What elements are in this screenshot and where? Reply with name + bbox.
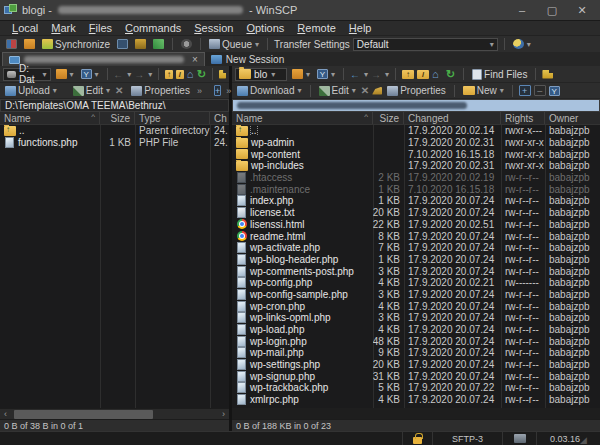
file-row[interactable]: wp-signup.php31 KB17.9.2020 20.07.24rw-r…: [232, 370, 600, 382]
remote-rename-button[interactable]: [372, 87, 382, 95]
find-files-button[interactable]: Find Files: [470, 68, 529, 81]
remote-add-bookmark-button[interactable]: [542, 70, 553, 79]
local-file-list[interactable]: ..Parent directory24.functions.php1 KBPH…: [0, 125, 229, 408]
filter-icon[interactable]: Y: [549, 86, 560, 96]
minimize-button[interactable]: –: [508, 1, 536, 19]
remote-properties-button[interactable]: Properties: [385, 84, 448, 97]
file-row[interactable]: wp-login.php48 KB17.9.2020 20.07.24rw-r-…: [232, 335, 600, 347]
remote-col-name[interactable]: Name^: [232, 112, 373, 124]
local-home-dir-button[interactable]: ⌂: [187, 69, 194, 79]
remote-path-bar[interactable]: [232, 99, 600, 112]
queue-button[interactable]: Queue▾: [207, 38, 261, 51]
remote-remove-button[interactable]: –: [534, 85, 546, 96]
local-add-button[interactable]: +: [214, 85, 221, 96]
local-back-button[interactable]: ←: [113, 69, 123, 80]
local-open-dir-button[interactable]: ▾: [54, 68, 76, 80]
file-row[interactable]: wp-mail.php9 KB17.9.2020 20.07.24rw-r--r…: [232, 347, 600, 359]
local-edit-button[interactable]: Edit▾: [71, 84, 112, 97]
remote-col-owner[interactable]: Owner: [545, 112, 597, 124]
menu-options[interactable]: Options: [240, 22, 290, 34]
file-row[interactable]: functions.php1 KBPHP File24.: [0, 137, 229, 149]
local-forward-button[interactable]: →: [134, 69, 144, 80]
remote-refresh-button[interactable]: ↻: [446, 69, 457, 79]
menu-mark[interactable]: Mark: [45, 22, 81, 34]
menu-files[interactable]: Files: [83, 22, 118, 34]
activity-cell[interactable]: [502, 432, 536, 445]
new-button[interactable]: New▾: [461, 84, 506, 97]
file-row[interactable]: wp-includes17.9.2020 20.02.31rwxr-xr-xba…: [232, 160, 600, 172]
compare-dirs-button[interactable]: [22, 38, 37, 50]
file-row[interactable]: .maintenance1 KB7.10.2020 16.15.18rw-r--…: [232, 183, 600, 195]
preferences-button[interactable]: [179, 38, 194, 50]
local-col-size[interactable]: Size: [100, 112, 135, 124]
menu-local[interactable]: Local: [6, 22, 44, 34]
local-hscrollbar[interactable]: ‹ ›: [0, 408, 229, 419]
overflow-icon[interactable]: »: [226, 86, 229, 96]
maximize-button[interactable]: ▢: [538, 1, 566, 19]
file-row[interactable]: wp-trackback.php5 KB17.9.2020 20.07.22rw…: [232, 382, 600, 394]
file-row[interactable]: wp-activate.php7 KB17.9.2020 20.07.24rw-…: [232, 242, 600, 254]
file-row[interactable]: wp-links-opml.php3 KB17.9.2020 20.07.24r…: [232, 312, 600, 324]
session-tab-new[interactable]: New Session: [205, 52, 290, 66]
local-col-name[interactable]: Name^: [0, 112, 100, 124]
remote-file-list[interactable]: ..17.9.2020 20.02.14rwxr-x---babajzpbwp-…: [232, 125, 600, 408]
putty-button[interactable]: [133, 38, 148, 50]
transfer-options-button[interactable]: ▾: [511, 38, 533, 50]
local-scroll-thumb[interactable]: [14, 410, 153, 419]
file-row[interactable]: ..17.9.2020 20.02.14rwxr-x---babajzpb: [232, 125, 600, 137]
local-parent-dir-button[interactable]: ↑: [165, 70, 173, 79]
file-row[interactable]: ..Parent directory24.: [0, 125, 229, 137]
menu-session[interactable]: Session: [188, 22, 239, 34]
local-delete-button[interactable]: ✕: [115, 85, 123, 96]
local-col-changed[interactable]: Ch: [210, 112, 229, 124]
remote-edit-button[interactable]: Edit▾: [317, 84, 358, 97]
menu-help[interactable]: Help: [343, 22, 378, 34]
remote-add-button[interactable]: +: [519, 85, 531, 96]
local-properties-button[interactable]: Properties: [129, 84, 192, 97]
local-scroll-track[interactable]: [12, 410, 217, 419]
remote-dir-select[interactable]: blo▾: [235, 68, 287, 81]
remote-home-dir-button[interactable]: ⌂: [432, 69, 443, 79]
file-row[interactable]: wp-load.php4 KB17.9.2020 20.07.24rw-r--r…: [232, 324, 600, 336]
local-filter-button[interactable]: Y▾: [79, 68, 101, 80]
file-row[interactable]: license.txt20 KB17.9.2020 20.07.24rw-r--…: [232, 207, 600, 219]
local-col-type[interactable]: Type: [135, 112, 210, 124]
overflow-icon[interactable]: »: [197, 86, 200, 96]
encryption-cell[interactable]: [402, 432, 432, 445]
remote-col-changed[interactable]: Changed: [404, 112, 501, 124]
remote-parent-dir-button[interactable]: ↑: [402, 70, 414, 79]
resize-grip-icon[interactable]: ◢: [580, 435, 587, 445]
file-row[interactable]: readme.html8 KB17.9.2020 20.07.24rw-r--r…: [232, 230, 600, 242]
file-row[interactable]: wp-content7.10.2020 16.15.18rwxr-xr-xbab…: [232, 148, 600, 160]
remote-col-size[interactable]: Size: [373, 112, 404, 124]
menu-commands[interactable]: Commands: [119, 22, 187, 34]
remote-forward-button[interactable]: →: [371, 69, 381, 80]
file-row[interactable]: index.php1 KB17.9.2020 20.07.24rw-r--r--…: [232, 195, 600, 207]
close-tab-icon[interactable]: ×: [192, 54, 198, 65]
file-row[interactable]: xmlrpc.php4 KB17.9.2020 20.07.24rw-r--r-…: [232, 394, 600, 406]
file-row[interactable]: wp-admin17.9.2020 20.02.31rwxr-xr-xbabaj…: [232, 137, 600, 149]
remote-open-dir-button[interactable]: ▾: [290, 68, 312, 80]
file-row[interactable]: wp-config.php4 KB17.9.2020 20.02.21rw---…: [232, 277, 600, 289]
file-row[interactable]: wp-config-sample.php3 KB17.9.2020 20.07.…: [232, 289, 600, 301]
toggle-panels-button[interactable]: [4, 38, 19, 50]
scroll-left-icon[interactable]: ‹: [0, 409, 11, 420]
download-button[interactable]: Download▾: [235, 84, 304, 97]
file-row[interactable]: wp-comments-post.php3 KB17.9.2020 20.07.…: [232, 265, 600, 277]
remote-delete-button[interactable]: ✕: [361, 85, 369, 96]
upload-button[interactable]: Upload▾: [3, 84, 59, 97]
local-path-bar[interactable]: D:\Templates\OMA TEEMA\Bethruz\: [0, 99, 229, 112]
synchronize-button[interactable]: Synchronize: [40, 38, 112, 51]
scroll-right-icon[interactable]: ›: [218, 409, 229, 420]
remote-back-button[interactable]: ←: [350, 69, 360, 80]
console-button[interactable]: [115, 38, 130, 50]
protocol-cell[interactable]: SFTP-3: [432, 432, 502, 445]
file-row[interactable]: wp-blog-header.php1 KB17.9.2020 20.07.24…: [232, 254, 600, 266]
remote-col-rights[interactable]: Rights: [501, 112, 545, 124]
transfer-preset-select[interactable]: Default▾: [353, 38, 498, 51]
synchronize-browsing-button[interactable]: [151, 38, 166, 50]
local-root-dir-button[interactable]: /: [176, 70, 184, 79]
file-row[interactable]: .htaccess2 KB17.9.2020 20.02.19rw-r--r--…: [232, 172, 600, 184]
remote-filter-button[interactable]: Y▾: [315, 68, 337, 80]
remote-root-dir-button[interactable]: /: [417, 70, 429, 79]
